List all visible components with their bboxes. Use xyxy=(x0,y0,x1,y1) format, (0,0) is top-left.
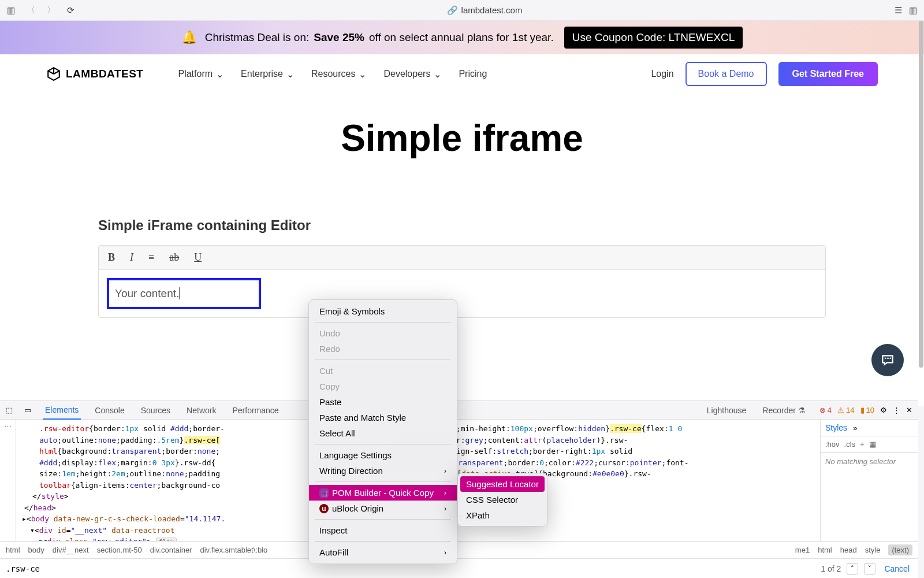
beaker-icon: ⚗ xyxy=(798,406,806,415)
dt-tab-console[interactable]: Console xyxy=(92,402,126,419)
dt-search-next[interactable]: ˅ xyxy=(864,563,875,575)
cm-lang[interactable]: Language Settings xyxy=(309,447,457,463)
filter-icon[interactable]: ▦ xyxy=(869,440,876,449)
chevron-right-icon: › xyxy=(444,489,446,497)
cm-redo: Redo xyxy=(309,341,457,357)
page-subtitle: Simple iFrame containing Editor xyxy=(98,217,924,234)
device-toggle-icon[interactable]: ▭ xyxy=(24,406,31,414)
dt-search-prev[interactable]: ˄ xyxy=(847,563,858,575)
no-match-msg: No matching selector xyxy=(821,453,918,470)
dt-tab-network[interactable]: Network xyxy=(184,402,218,419)
forward-icon[interactable]: 〉 xyxy=(47,5,55,16)
sm-suggested[interactable]: Suggested Locator xyxy=(460,476,545,492)
back-icon[interactable]: 〈 xyxy=(27,5,35,16)
gear-icon[interactable]: ⚙ xyxy=(880,406,887,414)
login-link[interactable]: Login xyxy=(651,69,673,79)
nav-enterprise[interactable]: Enterprise⌄ xyxy=(241,69,294,80)
nav-resources[interactable]: Resources⌄ xyxy=(311,69,366,80)
list-button[interactable]: ≡ xyxy=(148,251,154,264)
cm-pom[interactable]: ⬚POM Builder - Quick Copy› xyxy=(309,485,457,501)
cm-inspect[interactable]: Inspect xyxy=(309,523,457,538)
more-icon[interactable]: ⋮ xyxy=(893,406,900,414)
cm-emoji[interactable]: Emoji & Symbols xyxy=(309,303,457,319)
bold-button[interactable]: B xyxy=(108,251,115,264)
nav-pricing[interactable]: Pricing xyxy=(459,69,487,80)
url-text[interactable]: lambdatest.com xyxy=(461,5,523,15)
crumb[interactable]: me1 xyxy=(795,546,810,554)
dt-breadcrumbs[interactable]: html body div#__next section.mt-50 div.c… xyxy=(0,541,918,558)
editor-text: Your content. xyxy=(115,287,179,299)
chevron-right-icon: › xyxy=(444,549,446,557)
sm-css[interactable]: CSS Selector xyxy=(458,492,547,507)
close-icon[interactable]: ✕ xyxy=(906,406,912,414)
chevron-right-icon: › xyxy=(444,505,446,513)
pom-icon: ⬚ xyxy=(319,488,329,498)
sidebar-toggle-icon[interactable]: ▥ xyxy=(7,5,15,16)
hov-toggle[interactable]: :hov xyxy=(825,440,840,449)
cm-ublock[interactable]: uuBlock Origin› xyxy=(309,501,457,516)
crumb[interactable]: style xyxy=(865,546,881,554)
crumb[interactable]: section.mt-50 xyxy=(97,546,142,554)
styles-more-icon[interactable]: » xyxy=(853,424,857,432)
editor: B I ≡ ab U Your content. xyxy=(98,245,826,318)
cm-undo: Undo xyxy=(309,325,457,341)
cm-copy: Copy xyxy=(309,379,457,394)
sm-xpath[interactable]: XPath xyxy=(458,507,547,523)
warning-badge[interactable]: ⚠ 14 xyxy=(837,406,854,414)
dt-tab-sources[interactable]: Sources xyxy=(139,402,173,419)
tabs-icon[interactable]: ▥ xyxy=(909,5,917,16)
cm-paste[interactable]: Paste xyxy=(309,394,457,410)
strike-button[interactable]: ab xyxy=(169,251,179,264)
cm-paste-match[interactable]: Paste and Match Style xyxy=(309,410,457,425)
info-badge[interactable]: ▮ 10 xyxy=(860,406,874,414)
chat-icon xyxy=(880,353,895,368)
error-badge[interactable]: ⊗ 4 xyxy=(819,406,832,414)
promo-coupon[interactable]: Use Coupon Code: LTNEWEXCL xyxy=(564,27,743,49)
chevron-down-icon: ⌄ xyxy=(286,69,294,80)
add-rule-button[interactable]: + xyxy=(860,440,865,449)
promo-prefix: Christmas Deal is on: xyxy=(205,31,310,44)
crumb[interactable]: div#__next xyxy=(53,546,89,554)
link-icon: 🔗 xyxy=(447,5,458,16)
crumb[interactable]: div.container xyxy=(150,546,192,554)
inspect-icon[interactable]: ⬚ xyxy=(6,406,13,414)
dt-styles-panel: Styles » :hov .cls + ▦ No matching selec… xyxy=(820,420,918,541)
underline-button[interactable]: U xyxy=(194,251,202,264)
dt-search-cancel[interactable]: Cancel xyxy=(884,564,910,574)
crumb[interactable]: body xyxy=(28,546,44,554)
book-demo-button[interactable]: Book a Demo xyxy=(685,62,767,86)
chevron-right-icon: › xyxy=(444,467,446,475)
chevron-down-icon: ⌄ xyxy=(359,69,366,80)
logo[interactable]: LAMBDATEST xyxy=(46,66,143,81)
chat-bubble[interactable] xyxy=(871,344,904,376)
get-started-button[interactable]: Get Started Free xyxy=(778,62,878,86)
dt-tab-recorder[interactable]: Recorder ⚗ xyxy=(760,402,807,419)
ublock-icon: u xyxy=(319,504,329,513)
editor-content[interactable]: Your content. xyxy=(99,270,825,317)
cm-autofill[interactable]: AutoFill› xyxy=(309,544,457,560)
dt-tab-performance[interactable]: Performance xyxy=(230,402,281,419)
crumb[interactable]: html xyxy=(6,546,20,554)
editor-highlighted[interactable]: Your content. xyxy=(107,278,261,309)
italic-button[interactable]: I xyxy=(130,251,133,264)
cls-toggle[interactable]: .cls xyxy=(844,440,856,449)
crumb[interactable]: html xyxy=(818,546,832,554)
styles-tab[interactable]: Styles xyxy=(825,423,847,432)
crumb[interactable]: div.flex.smtablet\:blo xyxy=(200,546,267,554)
cm-writing[interactable]: Writing Direction› xyxy=(309,463,457,479)
cm-select-all[interactable]: Select All xyxy=(309,425,457,441)
nav-developers[interactable]: Developers⌄ xyxy=(383,69,441,80)
reader-icon[interactable]: ☰ xyxy=(895,5,902,16)
crumb-selected[interactable]: (text) xyxy=(888,544,912,555)
page-scrollbar[interactable] xyxy=(918,21,924,402)
reload-icon[interactable]: ⟳ xyxy=(67,5,74,16)
dt-search-count: 1 of 2 xyxy=(821,564,841,573)
crumb[interactable]: head xyxy=(840,546,857,554)
dt-gutter: ⋯ xyxy=(0,420,16,541)
dt-tab-lighthouse[interactable]: Lighthouse xyxy=(705,402,749,419)
dt-search-input[interactable] xyxy=(6,564,618,573)
dt-tab-elements[interactable]: Elements xyxy=(43,401,81,420)
logo-text: LAMBDATEST xyxy=(66,68,143,80)
editor-toolbar: B I ≡ ab U xyxy=(99,246,825,270)
nav-platform[interactable]: Platform⌄ xyxy=(178,69,223,80)
